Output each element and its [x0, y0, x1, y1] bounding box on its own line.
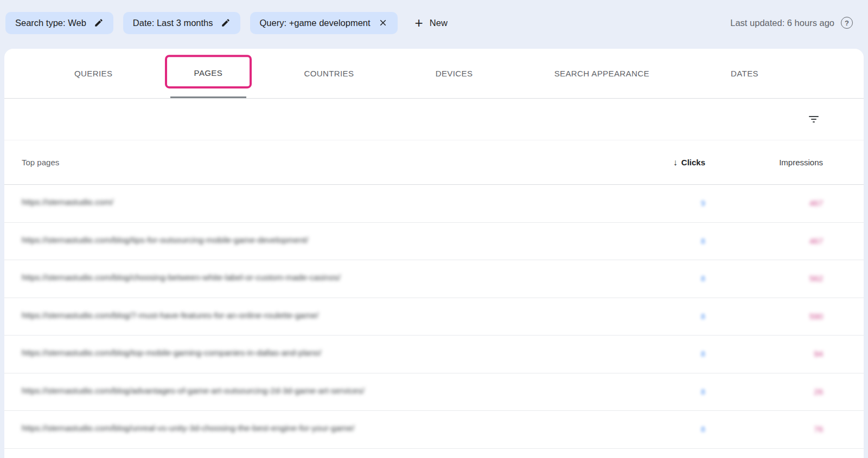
filter-list-icon[interactable] — [803, 108, 825, 130]
sort-descending-icon: ↓ — [673, 158, 678, 167]
page-url-link[interactable]: https://sternastudio.com/blog/tips-for-o… — [22, 235, 308, 245]
clicks-value: 9 — [701, 198, 705, 208]
plus-icon: + — [415, 16, 423, 30]
tab-dates-label: DATES — [731, 69, 758, 78]
tab-countries[interactable]: COUNTRIES — [280, 49, 378, 98]
table-row[interactable]: https://sternastudio.com/blog/7-must-hav… — [4, 298, 864, 336]
page-url-link[interactable]: https://sternastudio.com/blog/choosing-b… — [22, 273, 341, 282]
page-url-link[interactable]: https://sternastudio.com/blog/unreal-vs-… — [22, 423, 354, 433]
tab-dates[interactable]: DATES — [707, 49, 782, 98]
impressions-value: 26 — [814, 387, 823, 396]
help-glyph: ? — [845, 19, 849, 27]
page-url-link[interactable]: https://sternastudio.com/blog/top-mobile… — [22, 348, 321, 358]
filter-chip-query-label: Query: +game development — [260, 18, 371, 28]
tab-pages-label: PAGES — [194, 68, 223, 78]
impressions-value: 562 — [809, 274, 823, 283]
close-icon[interactable] — [378, 18, 388, 28]
table-row[interactable]: https://sternastudio.com/blog/tips-for-o… — [4, 223, 864, 261]
table-header-row: Top pages ↓Clicks Impressions — [4, 140, 864, 185]
tab-devices[interactable]: DEVICES — [412, 49, 497, 98]
edit-icon[interactable] — [221, 18, 231, 28]
impressions-value: 94 — [814, 349, 823, 358]
table-row[interactable]: https://sternastudio.com/blog/unreal-vs-… — [4, 411, 864, 449]
clicks-value: 8 — [701, 424, 705, 434]
new-filter-label: New — [430, 18, 448, 28]
clicks-value: 8 — [701, 236, 705, 246]
clicks-value: 8 — [701, 312, 705, 321]
edit-icon[interactable] — [94, 18, 104, 28]
table-body: https://sternastudio.com/ 9 467 https://… — [4, 185, 864, 449]
tab-search-appearance[interactable]: SEARCH APPEARANCE — [531, 49, 673, 98]
clicks-value: 8 — [701, 387, 705, 396]
impressions-value: 467 — [809, 198, 823, 208]
table-row[interactable]: https://sternastudio.com/blog/choosing-b… — [4, 260, 864, 298]
performance-report-card: QUERIES PAGES COUNTRIES DEVICES SEARCH A… — [4, 49, 864, 458]
tab-search-appearance-label: SEARCH APPEARANCE — [554, 69, 649, 78]
last-updated-text: Last updated: 6 hours ago — [730, 18, 834, 28]
filter-chip-date[interactable]: Date: Last 3 months — [123, 12, 240, 34]
dimension-tabs: QUERIES PAGES COUNTRIES DEVICES SEARCH A… — [4, 49, 864, 99]
table-toolbar — [4, 99, 864, 140]
filter-chip-date-label: Date: Last 3 months — [133, 18, 213, 28]
table-row[interactable]: https://sternastudio.com/ 9 467 — [4, 185, 864, 223]
tab-countries-label: COUNTRIES — [304, 69, 354, 78]
impressions-value: 590 — [809, 312, 823, 321]
page-url-link[interactable]: https://sternastudio.com/blog/7-must-hav… — [22, 311, 318, 320]
clicks-value: 8 — [701, 274, 705, 283]
top-pages-column-header: Top pages — [4, 158, 624, 167]
tab-devices-label: DEVICES — [436, 69, 473, 78]
impressions-value: 76 — [814, 424, 823, 434]
last-updated-area: Last updated: 6 hours ago ? — [730, 17, 853, 29]
tab-queries[interactable]: QUERIES — [50, 49, 136, 98]
page-url-link[interactable]: https://sternastudio.com/ — [22, 197, 113, 207]
clicks-header-label: Clicks — [681, 158, 705, 167]
filter-chip-search-type[interactable]: Search type: Web — [5, 12, 113, 34]
impressions-value: 467 — [809, 236, 823, 246]
help-icon[interactable]: ? — [841, 17, 853, 29]
tab-pages[interactable]: PAGES — [170, 49, 247, 98]
filter-chip-search-type-label: Search type: Web — [15, 18, 86, 28]
impressions-column-header[interactable]: Impressions — [705, 158, 864, 167]
clicks-value: 8 — [701, 349, 705, 358]
page-url-link[interactable]: https://sternastudio.com/blog/advantages… — [22, 386, 365, 396]
filter-chip-query[interactable]: Query: +game development — [250, 12, 398, 34]
table-row[interactable]: https://sternastudio.com/blog/advantages… — [4, 373, 864, 411]
clicks-column-header[interactable]: ↓Clicks — [624, 158, 705, 167]
tab-queries-label: QUERIES — [74, 69, 112, 78]
table-row[interactable]: https://sternastudio.com/blog/top-mobile… — [4, 336, 864, 373]
filter-bar: Search type: Web Date: Last 3 months Que… — [0, 0, 868, 49]
new-filter-button[interactable]: + New — [412, 15, 451, 30]
